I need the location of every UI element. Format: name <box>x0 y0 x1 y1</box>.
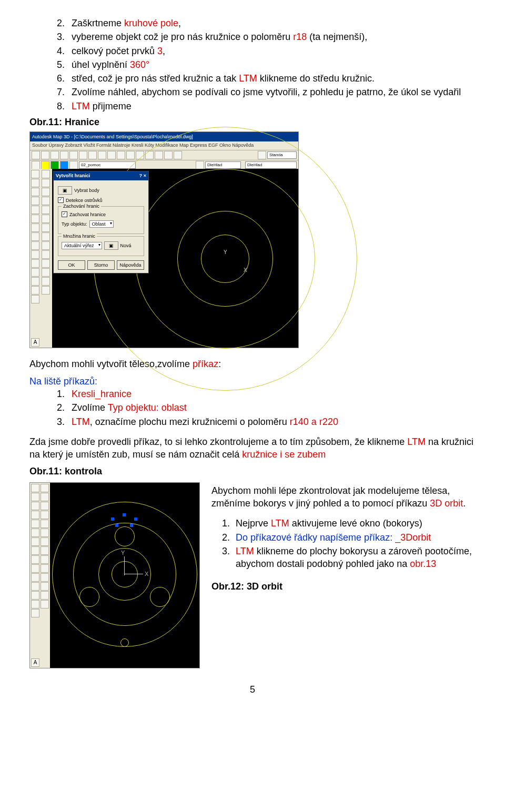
step-4: celkový počet prvků 3, <box>67 45 476 57</box>
retain-label: Zachovat hranice <box>69 211 106 218</box>
retain-check[interactable]: ✓ <box>62 211 67 217</box>
new-button-label: Nová <box>120 242 132 249</box>
bset-group-title: Množina hranic <box>62 233 97 239</box>
step-8: LTM přijmeme <box>67 100 476 113</box>
step-5: úhel vyplnění 360° <box>67 58 476 71</box>
dialog-titlebar: Vytvořit hranici ? × <box>54 171 148 180</box>
figure-caption-11-hranice: Obr.11: Hranice <box>29 116 476 128</box>
bset-select[interactable]: Aktuální výřez <box>62 242 102 249</box>
cad-canvas: Y X Vytvořit hranici ? × ▣ Vybrat body ✓… <box>52 169 298 348</box>
step-7: Zvolíme náhled, abychom se podívali co j… <box>67 86 476 98</box>
step-6: střed, což je pro nás střed kružnic a ta… <box>67 72 476 85</box>
step-2: Zaškrtneme kruhové pole, <box>67 17 476 29</box>
step-list-orbit: Nejprve LTM aktivujeme levé okno (bokory… <box>233 517 476 570</box>
pick-points-label: Vybrat body <box>74 187 99 194</box>
bstep-2: Zvolíme Typ objektu: oblast <box>67 401 476 414</box>
ostep-1: Nejprve LTM aktivujeme levé okno (bokory… <box>233 517 476 530</box>
screenshot-kontrola: A <box>29 482 200 668</box>
retain-group-title: Zachování hranic <box>62 203 101 209</box>
obj-type-label: Typ objektu: <box>62 221 87 227</box>
step-list-top: Zaškrtneme kruhové pole, vybereme objekt… <box>67 17 476 113</box>
cancel-button[interactable]: Storno <box>87 260 115 270</box>
bstep-3: LTM, označíme plochu mezi kružnicemi o p… <box>67 415 476 428</box>
bstep-1: Kresli_hranice <box>67 388 476 400</box>
figure-caption-11-kontrola: Obr.11: kontrola <box>29 465 476 478</box>
ostep-3: LTM klikneme do plochy bokorysu a zárove… <box>233 545 476 571</box>
ostep-2: Do příkazové řádky napíšeme příkaz: _3Do… <box>233 531 476 544</box>
page-number: 5 <box>29 683 476 696</box>
dialog-title-text: Vytvořit hranici <box>56 172 90 179</box>
figure-caption-12-orbit: Obr.12: 3D orbit <box>211 580 476 593</box>
new-button-icon[interactable]: ▣ <box>104 241 118 250</box>
dialog-buttons: ? × <box>139 172 146 179</box>
ok-button[interactable]: OK <box>58 260 85 270</box>
para-3d-intro: Abychom mohli lépe zkontrolovat jak mode… <box>211 484 476 510</box>
island-check[interactable]: ✓ <box>58 197 64 203</box>
step-3: vybereme objekt což je pro nás kružnice … <box>67 31 476 43</box>
pick-points-button[interactable]: ▣ <box>58 186 72 195</box>
step-list-boundary: Kresli_hranice Zvolíme Typ objektu: obla… <box>67 388 476 428</box>
cad-layer-field: 02_pomoc <box>79 161 136 169</box>
screenshot-hranice: Autodesk Map 3D - [C:\Documents and Sett… <box>29 131 299 348</box>
boundary-dialog: Vytvořit hranici ? × ▣ Vybrat body ✓ Det… <box>53 171 149 273</box>
para-check: Zda jsme dobře provedli příkaz, to si le… <box>29 435 476 461</box>
obj-type-select[interactable]: Oblast <box>89 220 114 228</box>
help-button[interactable]: Nápověda <box>117 260 144 270</box>
